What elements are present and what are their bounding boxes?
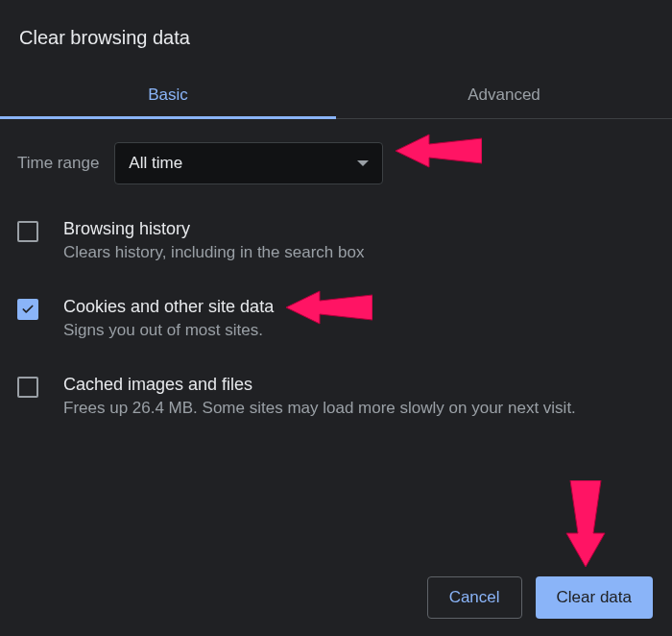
time-range-label: Time range <box>17 154 99 173</box>
clear-data-button[interactable]: Clear data <box>536 576 653 619</box>
tab-basic[interactable]: Basic <box>0 72 336 118</box>
option-cached: Cached images and files Frees up 26.4 MB… <box>17 357 655 435</box>
checkbox-cookies[interactable] <box>17 299 38 320</box>
options-list: Browsing history Clears history, includi… <box>0 202 672 435</box>
option-desc: Frees up 26.4 MB. Some sites may load mo… <box>63 399 576 418</box>
time-range-value: All time <box>129 154 182 173</box>
time-range-row: Time range All time <box>0 119 672 202</box>
cancel-button[interactable]: Cancel <box>427 576 522 619</box>
checkbox-cached[interactable] <box>17 377 38 398</box>
annotation-arrow-icon <box>557 480 614 567</box>
option-title: Cookies and other site data <box>63 297 274 317</box>
option-title: Cached images and files <box>63 375 576 395</box>
time-range-select[interactable]: All time <box>114 142 383 184</box>
option-cookies: Cookies and other site data Signs you ou… <box>17 280 655 357</box>
option-desc: Clears history, including in the search … <box>63 243 364 262</box>
checkbox-browsing-history[interactable] <box>17 221 38 242</box>
option-title: Browsing history <box>63 219 364 239</box>
tab-advanced[interactable]: Advanced <box>336 72 672 118</box>
dialog-footer: Cancel Clear data <box>427 576 653 619</box>
svg-marker-2 <box>566 480 605 567</box>
dialog-title: Clear browsing data <box>0 0 672 72</box>
option-desc: Signs you out of most sites. <box>63 321 274 340</box>
option-browsing-history: Browsing history Clears history, includi… <box>17 202 655 280</box>
tab-bar: Basic Advanced <box>0 72 672 119</box>
chevron-down-icon <box>357 160 369 166</box>
